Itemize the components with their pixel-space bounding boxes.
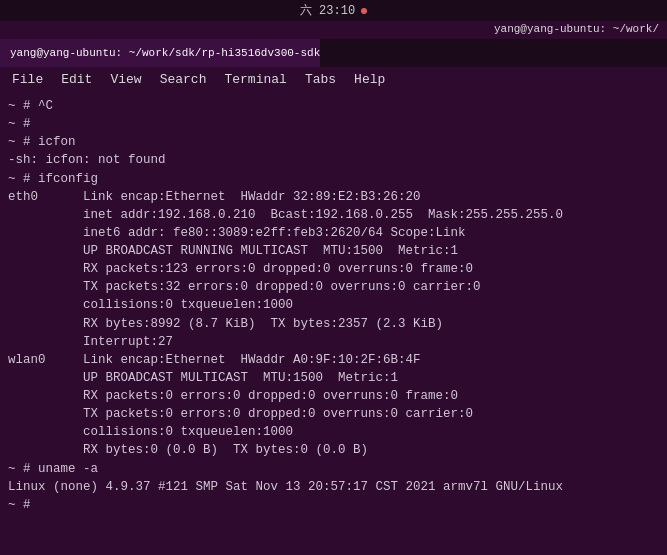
menu-item-edit[interactable]: Edit <box>53 70 100 89</box>
menu-item-view[interactable]: View <box>102 70 149 89</box>
terminal-line: wlan0 Link encap:Ethernet HWaddr A0:9F:1… <box>8 351 659 369</box>
terminal-line: ~ # icfon <box>8 133 659 151</box>
terminal-line: UP BROADCAST MULTICAST MTU:1500 Metric:1 <box>8 369 659 387</box>
tab-label: yang@yang-ubuntu: ~/work/sdk/rp-hi3516dv… <box>10 47 320 59</box>
tab-inactive-area <box>320 39 667 67</box>
menu-item-file[interactable]: File <box>4 70 51 89</box>
terminal-line: RX bytes:0 (0.0 B) TX bytes:0 (0.0 B) <box>8 441 659 459</box>
terminal-line: Interrupt:27 <box>8 333 659 351</box>
tab-bar: yang@yang-ubuntu: ~/work/sdk/rp-hi3516dv… <box>0 39 667 67</box>
terminal-line: collisions:0 txqueuelen:1000 <box>8 423 659 441</box>
menu-item-search[interactable]: Search <box>152 70 215 89</box>
terminal-line: ~ # uname -a <box>8 460 659 478</box>
terminal-line: RX bytes:8992 (8.7 KiB) TX bytes:2357 (2… <box>8 315 659 333</box>
title-bar-right: yang@yang-ubuntu: ~/work/ <box>0 21 667 39</box>
terminal-line: ~ # <box>8 496 659 514</box>
terminal-line: -sh: icfon: not found <box>8 151 659 169</box>
terminal-line: TX packets:0 errors:0 dropped:0 overruns… <box>8 405 659 423</box>
terminal-line: ~ # ifconfig <box>8 170 659 188</box>
terminal-line: ~ # ^C <box>8 97 659 115</box>
menu-bar: FileEditViewSearchTerminalTabsHelp <box>0 67 667 91</box>
menu-item-tabs[interactable]: Tabs <box>297 70 344 89</box>
terminal-line: ~ # <box>8 115 659 133</box>
terminal-line: inet addr:192.168.0.210 Bcast:192.168.0.… <box>8 206 659 224</box>
terminal-line: Linux (none) 4.9.37 #121 SMP Sat Nov 13 … <box>8 478 659 496</box>
terminal-line: UP BROADCAST RUNNING MULTICAST MTU:1500 … <box>8 242 659 260</box>
title-bar-right-text: yang@yang-ubuntu: ~/work/ <box>494 23 659 35</box>
system-time: 六 23:10 <box>300 2 355 19</box>
menu-item-terminal[interactable]: Terminal <box>216 70 294 89</box>
terminal-line: RX packets:123 errors:0 dropped:0 overru… <box>8 260 659 278</box>
terminal-line: TX packets:32 errors:0 dropped:0 overrun… <box>8 278 659 296</box>
terminal-line: inet6 addr: fe80::3089:e2ff:feb3:2620/64… <box>8 224 659 242</box>
system-bar: 六 23:10 <box>0 0 667 21</box>
terminal-output[interactable]: ~ # ^C~ #~ # icfon-sh: icfon: not found~… <box>0 91 667 555</box>
menu-item-help[interactable]: Help <box>346 70 393 89</box>
active-tab[interactable]: yang@yang-ubuntu: ~/work/sdk/rp-hi3516dv… <box>0 39 320 67</box>
status-dot <box>361 8 367 14</box>
terminal-line: eth0 Link encap:Ethernet HWaddr 32:89:E2… <box>8 188 659 206</box>
terminal-line: collisions:0 txqueuelen:1000 <box>8 296 659 314</box>
terminal-line: RX packets:0 errors:0 dropped:0 overruns… <box>8 387 659 405</box>
